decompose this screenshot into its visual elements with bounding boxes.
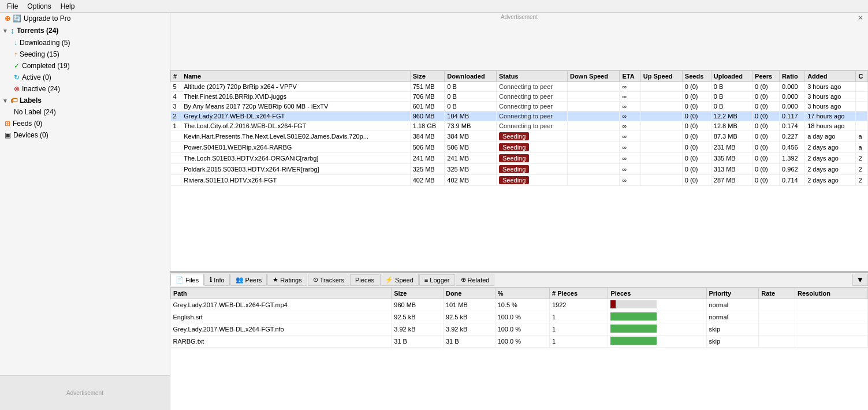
sidebar-item-feeds[interactable]: ⊞ Feeds (0) [0,118,170,129]
cell-up-speed [640,175,682,186]
file-path: Grey.Lady.2017.WEB-DL.x264-FGT.mp4 [171,299,392,311]
tab-pieces[interactable]: Pieces [350,274,379,286]
list-item[interactable]: RARBG.txt 31 B 31 B 100.0 % 1 skip [171,336,868,348]
table-row[interactable]: 1 The.Lost.City.of.Z.2016.WEB-DL.x264-FG… [171,121,868,131]
cell-c [856,111,868,121]
sidebar-item-downloading[interactable]: ↓ Downloading (5) [0,37,170,49]
col-c[interactable]: C [856,71,868,82]
sidebar-upgrade[interactable]: ⊕ 🔄 Upgrade to Pro [0,13,170,24]
sidebar-item-active[interactable]: ↻ Active (0) [0,72,170,83]
cell-down-speed [567,92,619,102]
file-size: 92.5 kB [392,311,444,323]
table-row[interactable]: Power.S04E01.WEBRip.x264-RARBG 506 MB 50… [171,142,868,153]
col-added[interactable]: Added [805,71,856,82]
list-item[interactable]: Grey.Lady.2017.WEB-DL.x264-FGT.nfo 3.92 … [171,323,868,336]
files-col-resolution[interactable]: Resolution [795,288,868,299]
files-col-rate[interactable]: Rate [759,288,795,299]
cell-num [171,142,181,153]
table-row[interactable]: 3 By Any Means 2017 720p WEBRip 600 MB -… [171,102,868,111]
cell-downloaded: 0 B [445,102,497,111]
tab-peers[interactable]: 👥 Peers [230,274,267,286]
table-row[interactable]: The.Loch.S01E03.HDTV.x264-ORGANiC[rarbg]… [171,153,868,164]
sidebar-item-inactive[interactable]: ⊗ Inactive (24) [0,83,170,95]
file-pct: 100.0 % [495,323,549,336]
menu-options[interactable]: Options [23,1,55,12]
cell-status: Seeding [496,142,567,153]
tab-trackers[interactable]: ⊙ Trackers [308,274,349,286]
file-size: 960 MB [392,299,444,311]
close-ad-button[interactable]: ✕ [858,14,863,22]
sidebar-item-seeding[interactable]: ↑ Seeding (15) [0,49,170,60]
cell-uploaded: 12.2 MB [711,111,752,121]
sidebar-section-labels[interactable]: ▼ 🏷 Labels [0,95,170,106]
cell-c [856,102,868,111]
cell-uploaded: 287 MB [711,175,752,186]
tab-files[interactable]: 📄 Files [170,274,204,286]
col-down-speed[interactable]: Down Speed [567,71,619,82]
cell-up-speed [640,82,682,92]
cell-eta: ∞ [620,121,640,131]
cell-status: Connecting to peer [496,82,567,92]
files-col-pieces[interactable]: # Pieces [550,288,608,299]
col-uploaded[interactable]: Uploaded [711,71,752,82]
col-peers[interactable]: Peers [752,71,780,82]
col-seeds[interactable]: Seeds [682,71,711,82]
table-row[interactable]: 5 Altitude (2017) 720p BrRip x264 - VPPV… [171,82,868,92]
cell-seeds: 0 (0) [682,175,711,186]
cell-num [171,164,181,175]
table-row[interactable]: Kevin.Hart.Presents.The.Next.Level.S01E0… [171,131,868,142]
active-label: Active (0) [22,73,51,81]
files-col-pct[interactable]: % [495,288,549,299]
col-name[interactable]: Name [181,71,411,82]
file-done: 31 B [443,336,495,348]
cell-eta: ∞ [620,164,640,175]
related-tab-icon: ⊕ [461,276,466,284]
sidebar-item-devices[interactable]: ▣ Devices (0) [0,129,170,141]
cell-added: 2 days ago [805,175,856,186]
col-downloaded[interactable]: Downloaded [445,71,497,82]
col-size[interactable]: Size [410,71,445,82]
menu-file[interactable]: File [2,1,23,12]
sidebar-section-torrents[interactable]: ▼ ↕ Torrents (24) [0,24,170,37]
sidebar-item-completed[interactable]: ✓ Completed (19) [0,60,170,72]
col-ratio[interactable]: Ratio [780,71,805,82]
list-item[interactable]: English.srt 92.5 kB 92.5 kB 100.0 % 1 no… [171,311,868,323]
col-status[interactable]: Status [496,71,567,82]
cell-name: Poldark.2015.S03E03.HDTV.x264-RiVER[rarb… [181,164,411,175]
table-row[interactable]: Riviera.S01E10.HDTV.x264-FGT 402 MB 402 … [171,175,868,186]
files-col-done[interactable]: Done [443,288,495,299]
cell-down-speed [567,121,619,131]
list-item[interactable]: Grey.Lady.2017.WEB-DL.x264-FGT.mp4 960 M… [171,299,868,311]
cell-ratio: 0.456 [780,142,805,153]
table-row[interactable]: 4 Their.Finest.2016.BRRip.XViD-juggs 706… [171,92,868,102]
table-row[interactable]: Poldark.2015.S03E03.HDTV.x264-RiVER[rarb… [171,164,868,175]
tab-ratings[interactable]: ★ Ratings [267,274,307,286]
file-rate [759,311,795,323]
files-col-priority[interactable]: Priority [706,288,759,299]
files-tab-icon: 📄 [176,276,184,284]
sidebar-scroll: ⊕ 🔄 Upgrade to Pro ▼ ↕ Torrents (24) ↓ D… [0,13,170,375]
files-col-size[interactable]: Size [392,288,444,299]
tab-expand-button[interactable]: ▼ [852,274,868,286]
cell-c: 2 [856,175,868,186]
sidebar-ad-label: Advertisement [66,390,103,396]
menu-help[interactable]: Help [56,1,80,12]
col-up-speed[interactable]: Up Speed [640,71,682,82]
tab-related[interactable]: ⊕ Related [456,274,495,286]
files-container[interactable]: Path Size Done % # Pieces Pieces Priorit… [170,288,868,410]
table-row[interactable]: 2 Grey.Lady.2017.WEB-DL.x264-FGT 960 MB … [171,111,868,121]
files-col-pieces-bar[interactable]: Pieces [608,288,706,299]
cell-num: 2 [171,111,181,121]
files-col-path[interactable]: Path [171,288,392,299]
col-eta[interactable]: ETA [620,71,640,82]
cell-num: 4 [171,92,181,102]
cell-eta: ∞ [620,175,640,186]
torrent-table-container[interactable]: # Name Size Downloaded Status Down Speed… [170,70,868,271]
tab-info[interactable]: ℹ Info [204,274,229,286]
tab-logger[interactable]: ≡ Logger [419,274,455,286]
pieces-tab-label: Pieces [355,277,374,284]
tab-speed[interactable]: ⚡ Speed [380,274,419,286]
col-num[interactable]: # [171,71,181,82]
sidebar-item-nolabel[interactable]: No Label (24) [0,106,170,118]
active-icon: ↻ [14,73,20,81]
